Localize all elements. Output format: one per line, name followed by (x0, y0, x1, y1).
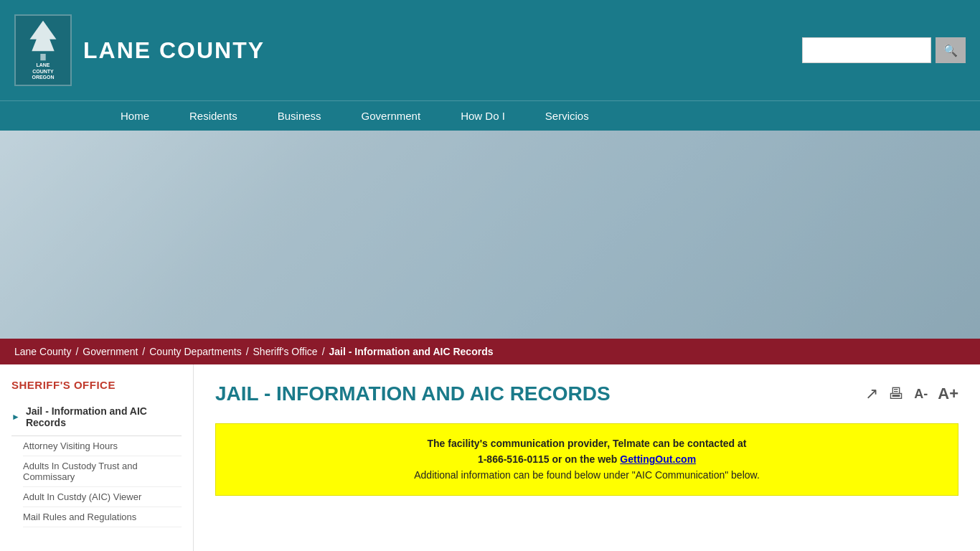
hero-image (0, 131, 980, 339)
content-wrapper: SHERIFF'S OFFICE ► Jail - Information an… (0, 364, 980, 551)
notice-line3: Additional information can be found belo… (230, 467, 943, 483)
main-nav: Home Residents Business Government How D… (0, 100, 980, 131)
notice-text-bold1: The facility's communication provider, T… (428, 438, 747, 449)
nav-item-government[interactable]: Government (341, 101, 441, 131)
sidebar-item-viewer[interactable]: Adult In Custdy (AIC) Viewer (23, 487, 182, 507)
breadcrumb: Lane County / Government / County Depart… (0, 339, 980, 364)
sidebar-arrow-icon: ► (11, 412, 20, 422)
notice-box: The facility's communication provider, T… (215, 423, 958, 496)
sidebar-item-mail[interactable]: Mail Rules and Regulations (23, 507, 182, 527)
breadcrumb-government[interactable]: Government (83, 346, 138, 357)
sidebar-main-link-label: Jail - Information and AIC Records (26, 405, 182, 428)
logo-tree-icon (25, 19, 61, 62)
nav-item-home[interactable]: Home (100, 101, 169, 131)
site-title: LANE COUNTY (83, 37, 265, 64)
breadcrumb-sep-3: / (246, 346, 249, 357)
search-area: 🔍 (802, 37, 966, 63)
sidebar-main-link[interactable]: ► Jail - Information and AIC Records (11, 401, 182, 433)
breadcrumb-sep-1: / (75, 346, 78, 357)
search-button[interactable]: 🔍 (936, 37, 966, 63)
svg-rect-0 (40, 54, 45, 60)
toolbar-icons: ↗ 🖶 A- A+ (865, 382, 958, 403)
breadcrumb-lane-county[interactable]: Lane County (14, 346, 71, 357)
page-title-area: JAIL - INFORMATION AND AIC RECORDS ↗ 🖶 A… (215, 382, 958, 406)
logo-text: LANECOUNTYOREGON (32, 62, 54, 80)
share-icon[interactable]: ↗ (865, 385, 878, 403)
sidebar-item-adults[interactable]: Adults In Custody Trust and Commissary (23, 456, 182, 487)
breadcrumb-sheriffs-office[interactable]: Sheriff's Office (253, 346, 318, 357)
breadcrumb-sep-2: / (142, 346, 145, 357)
font-increase-button[interactable]: A+ (938, 385, 958, 403)
breadcrumb-county-departments[interactable]: County Departments (149, 346, 241, 357)
notice-text-bold2: 1-866-516-0115 or on the web GettingOut.… (478, 453, 696, 465)
nav-item-how-do-i[interactable]: How Do I (440, 101, 525, 131)
nav-item-residents[interactable]: Residents (169, 101, 258, 131)
nav-item-servicios[interactable]: Servicios (525, 101, 609, 131)
svg-marker-1 (30, 21, 57, 51)
sidebar-sub-links: Attorney Visiting Hours Adults In Custod… (11, 435, 182, 527)
search-input[interactable] (802, 37, 931, 63)
breadcrumb-current: Jail - Information and AIC Records (329, 346, 494, 357)
print-icon[interactable]: 🖶 (888, 385, 904, 403)
sidebar-section-title: SHERIFF'S OFFICE (11, 379, 182, 391)
main-content: JAIL - INFORMATION AND AIC RECORDS ↗ 🖶 A… (194, 364, 980, 551)
hero-overlay (0, 131, 980, 339)
logo-box: LANECOUNTYOREGON (14, 14, 72, 86)
search-icon: 🔍 (943, 44, 958, 57)
notice-line1: The facility's communication provider, T… (230, 435, 943, 451)
sidebar: SHERIFF'S OFFICE ► Jail - Information an… (0, 364, 194, 551)
breadcrumb-sep-4: / (322, 346, 325, 357)
page-title: JAIL - INFORMATION AND AIC RECORDS (215, 382, 611, 406)
notice-line2: 1-866-516-0115 or on the web GettingOut.… (230, 451, 943, 467)
font-decrease-button[interactable]: A- (914, 387, 928, 402)
logo-area: LANECOUNTYOREGON LANE COUNTY (14, 14, 265, 86)
sidebar-item-attorney[interactable]: Attorney Visiting Hours (23, 436, 182, 456)
site-header: LANECOUNTYOREGON LANE COUNTY 🔍 (0, 0, 980, 100)
nav-item-business[interactable]: Business (258, 101, 341, 131)
notice-link[interactable]: GettingOut.com (620, 453, 696, 465)
